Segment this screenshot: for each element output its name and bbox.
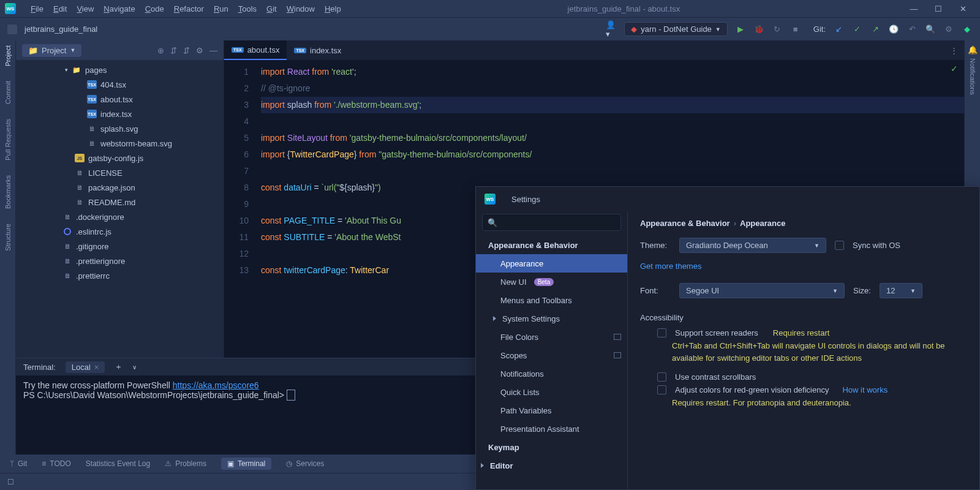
tree-file[interactable]: TSX 404.tsx xyxy=(16,77,224,92)
git-update-icon[interactable]: ↙ xyxy=(833,24,844,34)
git-commit-icon[interactable]: ✓ xyxy=(851,24,862,34)
maximize-button[interactable]: ☐ xyxy=(931,4,946,13)
panel-settings-icon[interactable]: ⚙ xyxy=(196,46,203,55)
settings-tree-item[interactable]: Quick Lists xyxy=(476,383,627,401)
undo-icon[interactable]: ↶ xyxy=(907,24,918,34)
statusbar-icon[interactable]: ☐ xyxy=(7,478,14,486)
terminal-link[interactable]: https://aka.ms/pscore6 xyxy=(173,380,259,390)
settings-tree-item[interactable]: Keymap xyxy=(476,438,627,456)
tool-git[interactable]: ᛘGit xyxy=(10,459,27,468)
tool-problems[interactable]: ⚠Problems xyxy=(165,459,206,468)
tree-file[interactable]: 🗎 README.md xyxy=(16,195,224,209)
tree-file[interactable]: TSX about.tsx xyxy=(16,92,224,107)
editor-tabs: TSX about.tsxTSX index.tsx ⋮ xyxy=(224,40,964,60)
settings-tree-item[interactable]: Editor xyxy=(476,456,627,475)
settings-tree-item[interactable]: File Colors xyxy=(476,328,627,346)
git-push-icon[interactable]: ↗ xyxy=(870,24,881,34)
tree-file[interactable]: 🗎 .prettierignore xyxy=(16,254,224,268)
project-tree[interactable]: ▾ 📁 pagesTSX 404.tsxTSX about.tsxTSX ind… xyxy=(16,60,224,285)
expand-icon[interactable]: ⇵ xyxy=(170,46,177,55)
settings-search[interactable]: 🔍 xyxy=(482,214,621,231)
tree-file[interactable]: 🗎 LICENSE xyxy=(16,165,224,180)
menu-help[interactable]: Help xyxy=(320,4,346,13)
close-button[interactable]: ✕ xyxy=(956,4,970,13)
terminal-title: Terminal: xyxy=(23,363,56,372)
tree-folder-pages[interactable]: ▾ 📁 pages xyxy=(16,62,224,77)
settings-tree-item[interactable]: Scopes xyxy=(476,346,627,364)
settings-tree-item[interactable]: Menus and Toolbars xyxy=(476,291,627,309)
tab-more-icon[interactable]: ⋮ xyxy=(944,40,964,60)
search-icon[interactable]: 🔍 xyxy=(925,24,936,34)
menu-tools[interactable]: Tools xyxy=(233,4,262,13)
editor-tab[interactable]: TSX index.tsx xyxy=(287,40,349,60)
rail-structure[interactable]: Structure xyxy=(4,224,12,251)
editor-tab[interactable]: TSX about.tsx xyxy=(224,40,287,60)
color-deficiency-checkbox[interactable] xyxy=(657,385,666,394)
tool-terminal[interactable]: ▣Terminal xyxy=(221,458,271,470)
tool-services[interactable]: ◷Services xyxy=(286,459,324,468)
tree-file[interactable]: 🗎 .prettierrc xyxy=(16,268,224,283)
settings-tree-item[interactable]: Appearance & Behavior xyxy=(476,236,627,254)
menu-navigate[interactable]: Navigate xyxy=(99,4,140,13)
settings-tree-item[interactable]: Appearance xyxy=(476,254,627,273)
rail-pull-requests[interactable]: Pull Requests xyxy=(4,119,12,160)
terminal-tab[interactable]: Local × xyxy=(66,361,105,373)
locate-icon[interactable]: ⊕ xyxy=(157,46,164,55)
rail-bookmarks[interactable]: Bookmarks xyxy=(4,175,12,209)
tree-file[interactable]: 🗎 package.json xyxy=(16,180,224,195)
coverage-icon[interactable]: ↻ xyxy=(772,24,783,34)
tool-todo[interactable]: ≡TODO xyxy=(42,459,70,468)
run-icon[interactable]: ▶ xyxy=(735,24,746,34)
settings-tree-item[interactable]: Path Variables xyxy=(476,401,627,420)
new-terminal-icon[interactable]: ＋ xyxy=(115,361,123,372)
terminal-dropdown-icon[interactable]: ∨ xyxy=(132,364,137,371)
tree-file[interactable]: 🗎 webstorm-beam.svg xyxy=(16,136,224,151)
close-tab-icon[interactable]: × xyxy=(94,363,99,372)
menu-refactor[interactable]: Refactor xyxy=(169,4,209,13)
menu-git[interactable]: Git xyxy=(262,4,282,13)
history-icon[interactable]: 🕓 xyxy=(888,24,899,34)
run-configuration[interactable]: ◆ yarn - DotNet Guide ▼ xyxy=(624,22,728,36)
menu-run[interactable]: Run xyxy=(209,4,233,13)
menu-view[interactable]: View xyxy=(72,4,99,13)
project-view-selector[interactable]: 📁 Project ▼ xyxy=(22,44,81,57)
tree-file[interactable]: .eslintrc.js xyxy=(16,224,224,239)
settings-tree-item[interactable]: Presentation Assistant xyxy=(476,420,627,438)
tree-file[interactable]: 🗎 .dockerignore xyxy=(16,209,224,224)
contrast-checkbox[interactable] xyxy=(657,372,666,382)
debug-icon[interactable]: 🐞 xyxy=(753,24,764,34)
menu-file[interactable]: File xyxy=(26,4,48,13)
settings-icon[interactable]: ⚙ xyxy=(943,24,954,34)
breadcrumb-project[interactable]: jetbrains_guide_final xyxy=(24,24,97,34)
font-combo[interactable]: Segoe UI▼ xyxy=(679,283,845,298)
menu-edit[interactable]: Edit xyxy=(48,4,72,13)
bell-icon[interactable]: 🔔 xyxy=(968,45,978,55)
menu-code[interactable]: Code xyxy=(140,4,169,13)
menu-window[interactable]: Window xyxy=(282,4,320,13)
collapse-icon[interactable]: ⇵ xyxy=(183,46,190,55)
tree-file[interactable]: 🗎 splash.svg xyxy=(16,121,224,136)
minimize-button[interactable]: — xyxy=(907,4,921,13)
inspection-ok-icon[interactable]: ✓ xyxy=(951,64,958,74)
screen-readers-checkbox[interactable] xyxy=(657,328,666,337)
sync-os-checkbox[interactable] xyxy=(835,241,844,250)
settings-tree-item[interactable]: Notifications xyxy=(476,364,627,383)
rail-commit[interactable]: Commit xyxy=(4,81,12,104)
tree-file[interactable]: TSX index.tsx xyxy=(16,107,224,121)
tree-file[interactable]: 🗎 .gitignore xyxy=(16,239,224,254)
stop-icon[interactable]: ■ xyxy=(790,24,801,34)
hide-panel-icon[interactable]: — xyxy=(209,46,217,55)
rail-notifications[interactable]: Notifications xyxy=(969,58,976,95)
get-themes-link[interactable]: Get more themes xyxy=(640,262,701,271)
theme-combo[interactable]: Gradianto Deep Ocean▼ xyxy=(679,238,826,253)
how-it-works-link[interactable]: How it works xyxy=(842,385,888,394)
rail-project[interactable]: Project xyxy=(4,45,12,66)
user-icon[interactable]: 👤▾ xyxy=(606,20,617,39)
size-combo[interactable]: 12▼ xyxy=(880,283,922,298)
settings-tree-item[interactable]: New UIBeta xyxy=(476,273,627,291)
settings-title: Settings xyxy=(511,195,540,204)
codewithme-icon[interactable]: ◆ xyxy=(962,24,973,34)
tree-file[interactable]: JS gatsby-config.js xyxy=(16,151,224,165)
tool-stats[interactable]: Statistics Event Log xyxy=(86,459,150,468)
settings-tree-item[interactable]: System Settings xyxy=(476,309,627,328)
